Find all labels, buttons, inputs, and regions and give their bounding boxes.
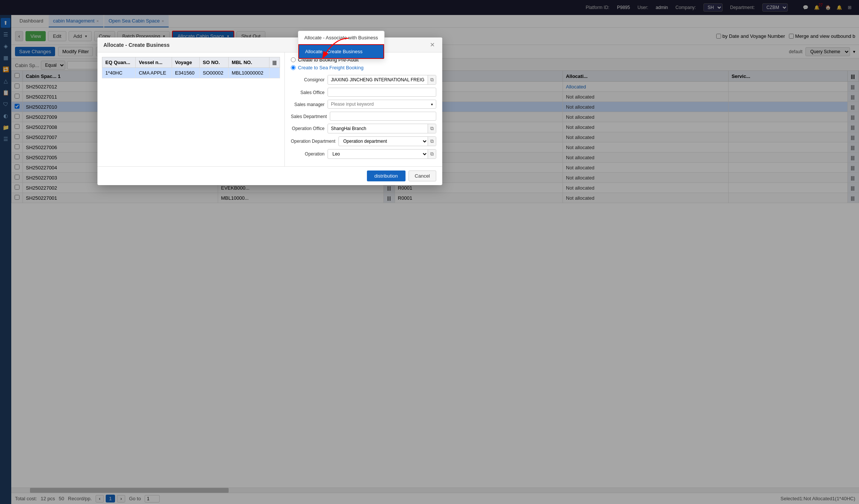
modal-col-vessel: Vessel n... [136,57,172,68]
modal-table: EQ Quan... Vessel n... Voyage SO NO. MBL… [102,57,280,78]
operation-wrapper: Leo ⧉ [328,149,436,159]
operation-dept-select[interactable]: Operation department [339,137,428,146]
sales-manager-input[interactable] [328,100,428,108]
sales-dept-label: Sales Department [291,112,327,120]
modal-overlay: Allocate - Associate with Business Alloc… [0,0,859,504]
operation-office-wrapper: ⧉ [328,124,436,133]
operation-office-label: Operation Office [291,124,325,132]
radio-pre-audit-input[interactable] [291,57,296,62]
modal-resize-col[interactable]: ||| [269,57,280,68]
modal-cell-resize [269,68,280,78]
modal-col-voyage: Voyage [172,57,199,68]
sales-office-input[interactable] [328,88,436,97]
sales-dept-input[interactable] [330,112,436,121]
operation-office-copy-icon[interactable]: ⧉ [428,124,436,133]
consignor-input-wrapper: ⧉ [328,75,436,85]
modal-left-panel: EQ Quan... Vessel n... Voyage SO NO. MBL… [97,52,285,166]
consignor-label: Consignor [291,75,325,83]
cancel-button[interactable]: Cancel [409,170,436,181]
modal-header: Allocate - Create Business ✕ [97,37,442,52]
modal-col-mbl: MBL NO. [229,57,269,68]
operation-dept-copy-icon[interactable]: ⧉ [428,137,436,146]
sales-manager-field: Sales manager ▾ [291,100,436,109]
modal-col-so: SO NO. [200,57,229,68]
operation-office-input[interactable] [328,124,428,133]
modal-right-panel: Create to Booking Pre-Audit Create to Se… [285,52,442,166]
sales-office-field: Sales Office [291,88,436,97]
modal-cell-eq: 1*40HC [102,68,136,78]
modal-cell-so: SO00002 [200,68,229,78]
modal-dialog: Allocate - Create Business ✕ EQ Quan... … [97,37,442,185]
modal-title: Allocate - Create Business [103,42,170,48]
sales-dept-field: Sales Department [291,112,436,121]
consignor-copy-icon[interactable]: ⧉ [428,75,436,84]
radio-sea-freight[interactable]: Create to Sea Freight Booking [291,65,436,70]
sales-manager-arrow[interactable]: ▾ [428,101,436,108]
consignor-input[interactable] [328,76,428,84]
modal-table-row[interactable]: 1*40HC CMA APPLE E341560 SO00002 MBL1000… [102,68,280,78]
radio-sea-freight-input[interactable] [291,65,296,70]
sales-manager-label: Sales manager [291,100,325,108]
modal-footer: distribution Cancel [97,166,442,185]
operation-copy-icon[interactable]: ⧉ [428,150,436,159]
modal-cell-voyage: E341560 [172,68,199,78]
operation-select[interactable]: Leo [328,150,428,159]
operation-field: Operation Leo ⧉ [291,149,436,159]
modal-body: EQ Quan... Vessel n... Voyage SO NO. MBL… [97,52,442,166]
distribution-button[interactable]: distribution [367,170,406,181]
operation-dept-field: Operation Department Operation departmen… [291,136,436,146]
associate-with-business-item[interactable]: Allocate - Associate with Business [298,31,384,44]
consignor-field: Consignor ⧉ [291,75,436,85]
modal-close-button[interactable]: ✕ [428,41,436,48]
create-business-item[interactable]: Allocate - Create Business [298,44,384,59]
allocate-dropdown-menu: Allocate - Associate with Business Alloc… [298,31,385,59]
operation-dept-wrapper: Operation department ⧉ [338,136,436,146]
operation-label: Operation [291,149,325,157]
modal-cell-mbl: MBL10000002 [229,68,269,78]
operation-office-field: Operation Office ⧉ [291,124,436,133]
operation-dept-label: Operation Department [291,136,335,145]
sales-office-label: Sales Office [291,88,325,96]
modal-cell-vessel: CMA APPLE [136,68,172,78]
modal-col-eq: EQ Quan... [102,57,136,68]
sales-manager-wrapper: ▾ [328,100,436,109]
